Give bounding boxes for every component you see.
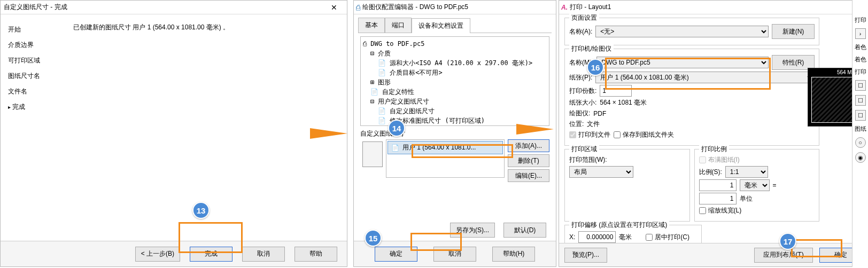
print-title-icon: A. (561, 4, 568, 11)
help-button[interactable]: 帮助 (294, 247, 337, 262)
print-area-legend: 打印区域 (569, 145, 599, 154)
fit-paper-checkbox (699, 156, 706, 163)
preview-button[interactable]: 预览(P)... (564, 248, 607, 263)
rtool-head: 打印 (855, 16, 866, 24)
offset-x-label: X: (569, 233, 575, 241)
edit-button[interactable]: 编辑(E)... (508, 169, 549, 182)
printer-icon: ⎙ (356, 3, 360, 12)
rtool-checkbox-3[interactable]: ☐ (855, 110, 866, 121)
paper-size-value: 564 × 1081 毫米 (600, 98, 647, 107)
paper-preview-icon (362, 141, 383, 167)
copies-input[interactable] (600, 85, 632, 97)
saveas-button[interactable]: 另存为(S)... (450, 223, 495, 238)
cancel-button[interactable]: 取消 (242, 247, 285, 262)
offset-x-input[interactable] (578, 231, 616, 243)
scale-lineweight-label: 缩放线宽(L) (708, 206, 742, 215)
new-pagesetup-button[interactable]: 新建(N) (772, 24, 815, 39)
config-tree[interactable]: ⎙ DWG to PDF.pc5 ⊟ 介质 📄 源和大小<ISO A4 (210… (360, 36, 549, 126)
copies-label: 打印份数: (569, 86, 596, 96)
scale-num1[interactable] (699, 179, 737, 191)
tree-root[interactable]: ⎙ DWG to PDF.pc5 (363, 39, 547, 49)
paper-label: 纸张(P): (569, 73, 592, 82)
sidebar-item-printable-area[interactable]: 可打印区域 (4, 53, 61, 68)
ratio-select[interactable]: 1:1 (725, 166, 768, 178)
offset-x-unit: 毫米 (619, 233, 632, 242)
rtool-radio-2[interactable]: ◉ (855, 152, 866, 163)
paper-select[interactable]: 用户 1 (564.00 x 1081.00 毫米) (595, 72, 815, 83)
custom-size-list[interactable]: 📄 用户 1 (564.00 x 1081.0... (386, 139, 505, 178)
add-button[interactable]: 添加(A)... (508, 139, 549, 152)
tab-device-doc[interactable]: 设备和文档设置 (412, 18, 470, 33)
scale-unit1[interactable]: 毫米 (740, 179, 770, 191)
print-dialog: A. 打印 - Layout1 页面设置 名称(A): <无> 新建(N) 打印… (559, 0, 867, 267)
tree-media[interactable]: ⊟ 介质 (363, 49, 547, 58)
printer-name-select[interactable]: DWG to PDF.pc5 (596, 57, 769, 68)
center-print-label: 居中打印(C) (655, 233, 689, 242)
tab-port[interactable]: 端口 (385, 18, 412, 33)
page-setup-group: 页面设置 名称(A): <无> 新建(N) (564, 18, 819, 45)
print-range-label: 打印范围(W): (569, 155, 607, 164)
page-name-label: 名称(A): (569, 27, 592, 36)
printer-legend: 打印机/绘图仪 (569, 44, 614, 53)
tree-user-sizes[interactable]: ⊟ 用户定义图纸尺寸 (363, 97, 547, 106)
scale-lineweight-checkbox[interactable] (699, 207, 706, 214)
ok-button[interactable]: 确定 (375, 247, 417, 262)
finish-button[interactable]: 完成 (190, 247, 232, 262)
callout-16: 16 (587, 59, 604, 76)
rtool-s4: 图纸 (855, 125, 866, 133)
sidebar-item-finish[interactable]: 完成 (4, 99, 61, 115)
w3-titlebar: A. 打印 - Layout1 (559, 1, 867, 14)
custom-size-section: 自定义图纸尺寸 📄 用户 1 (564.00 x 1081.0... 添加(A)… (360, 129, 549, 182)
default-button[interactable]: 默认(D) (503, 223, 546, 238)
sidebar-item-name[interactable]: 图纸尺寸名 (4, 68, 61, 84)
cancel-button-w2[interactable]: 取消 (433, 247, 476, 262)
sidebar-item-filename[interactable]: 文件名 (4, 84, 61, 99)
callout-15: 15 (365, 230, 382, 247)
w1-title: 自定义图纸尺寸 - 完成 (4, 3, 324, 12)
rtool-expand-icon[interactable]: › (855, 28, 866, 39)
print-scale-legend: 打印比例 (699, 145, 729, 154)
w2-tabs: 基本 端口 设备和文档设置 (358, 18, 552, 33)
tree-source-size[interactable]: 📄 源和大小<ISO A4 (210.00 x 297.00 毫米)> (363, 58, 547, 68)
rtool-checkbox-1[interactable]: ☐ (855, 80, 866, 91)
print-to-file-label: 打印到文件 (578, 130, 610, 139)
tree-graphics[interactable]: ⊞ 图形 (363, 77, 547, 87)
plotter-label: 绘图仪: (569, 109, 590, 118)
delete-button[interactable]: 删除(T) (508, 154, 549, 167)
arrow-2 (516, 124, 554, 135)
print-offset-legend: 打印偏移 (原点设置在可打印区域) (569, 220, 669, 230)
save-folder-label: 保存到图纸文件夹 (623, 130, 674, 139)
paper-size-label: 纸张大小: (569, 98, 596, 107)
rtool-s3: 打印 (855, 68, 866, 76)
help-button-w2[interactable]: 帮助(H) (492, 247, 535, 262)
fit-paper-label: 布满图纸(I) (708, 155, 740, 164)
w2-footer: 确定 取消 帮助(H) (354, 241, 556, 266)
callout-17: 17 (779, 233, 796, 250)
scale-unit2: 单位 (740, 194, 753, 203)
equals: = (773, 182, 777, 189)
w1-message: 已创建新的图纸尺寸 用户 1 (564.00 x 1081.00 毫米) 。 (73, 23, 338, 32)
arrow-1 (310, 128, 347, 139)
print-range-select[interactable]: 布局 (569, 166, 633, 178)
close-icon[interactable]: ✕ (324, 2, 344, 13)
custom-size-item: 📄 用户 1 (564.00 x 1081.0... (387, 141, 503, 154)
w1-titlebar: 自定义图纸尺寸 - 完成 ✕ (1, 1, 347, 14)
tab-basic[interactable]: 基本 (358, 18, 385, 33)
back-button[interactable]: < 上一步(B) (135, 247, 180, 262)
tree-custom-props[interactable]: 📄 自定义特性 (363, 87, 547, 97)
tree-media-target[interactable]: 📄 介质目标<不可用> (363, 68, 547, 77)
rtool-radio-1[interactable]: ○ (855, 137, 866, 148)
w1-footer: < 上一步(B) 完成 取消 帮助 (1, 241, 347, 266)
page-name-select[interactable]: <无> (595, 26, 769, 37)
ratio-label: 比例(S): (699, 168, 722, 177)
save-folder-checkbox[interactable] (614, 131, 621, 138)
sidebar-item-media[interactable]: 介质边界 (4, 37, 61, 53)
scale-num2[interactable] (699, 193, 737, 204)
center-print-checkbox[interactable] (646, 234, 653, 241)
apply-layout-button[interactable]: 应用到布局(T) (754, 248, 813, 263)
tree-custom-size[interactable]: 📄 自定义图纸尺寸 (363, 106, 547, 116)
plotter-value: PDF (593, 110, 606, 117)
sidebar-item-start[interactable]: 开始 (4, 22, 61, 37)
rtool-checkbox-2[interactable]: ☐ (855, 95, 866, 106)
page-setup-legend: 页面设置 (569, 13, 599, 22)
